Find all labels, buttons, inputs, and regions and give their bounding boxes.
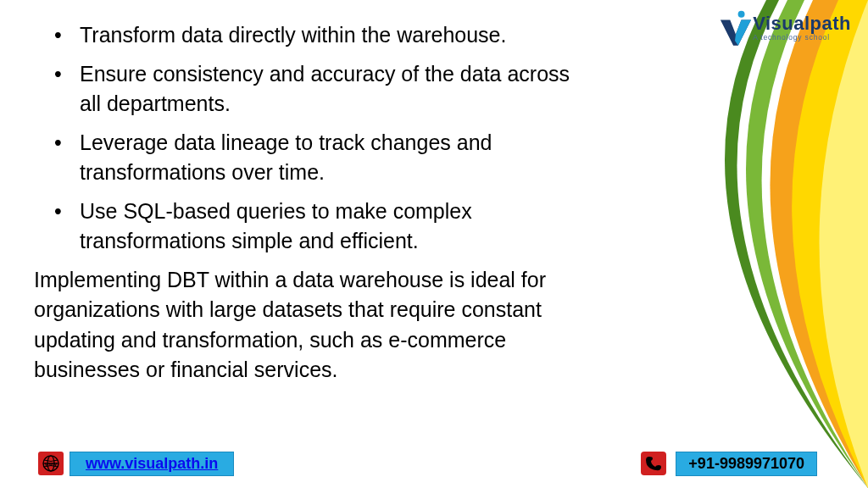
bullet-item: Ensure consistency and accuracy of the d… bbox=[34, 59, 576, 119]
bullet-list: Transform data directly within the wareh… bbox=[34, 20, 576, 257]
bullet-item: Leverage data lineage to track changes a… bbox=[34, 128, 576, 188]
globe-icon: WWW bbox=[37, 451, 64, 476]
logo-subtitle: A technology school bbox=[753, 34, 851, 42]
svg-text:WWW: WWW bbox=[45, 462, 57, 467]
brand-logo: Visualpath A technology school bbox=[719, 10, 851, 46]
paragraph-text: Implementing DBT within a data warehouse… bbox=[34, 265, 576, 385]
phone-number: +91-9989971070 bbox=[688, 455, 804, 472]
bullet-item: Use SQL-based queries to make complex tr… bbox=[34, 197, 576, 257]
website-badge[interactable]: www.visualpath.in bbox=[70, 452, 234, 476]
footer-bar: WWW www.visualpath.in +91-9989971070 bbox=[66, 451, 817, 476]
slide-content: Transform data directly within the wareh… bbox=[34, 20, 576, 385]
svg-point-0 bbox=[738, 11, 745, 18]
bullet-item: Transform data directly within the wareh… bbox=[34, 20, 576, 51]
phone-icon bbox=[640, 451, 667, 476]
logo-title: Visualpath bbox=[753, 14, 851, 33]
website-link[interactable]: www.visualpath.in bbox=[86, 455, 218, 472]
svg-rect-6 bbox=[641, 452, 666, 475]
background-swoosh bbox=[597, 0, 868, 488]
phone-badge: +91-9989971070 bbox=[676, 452, 817, 476]
logo-mark-icon bbox=[719, 10, 751, 46]
